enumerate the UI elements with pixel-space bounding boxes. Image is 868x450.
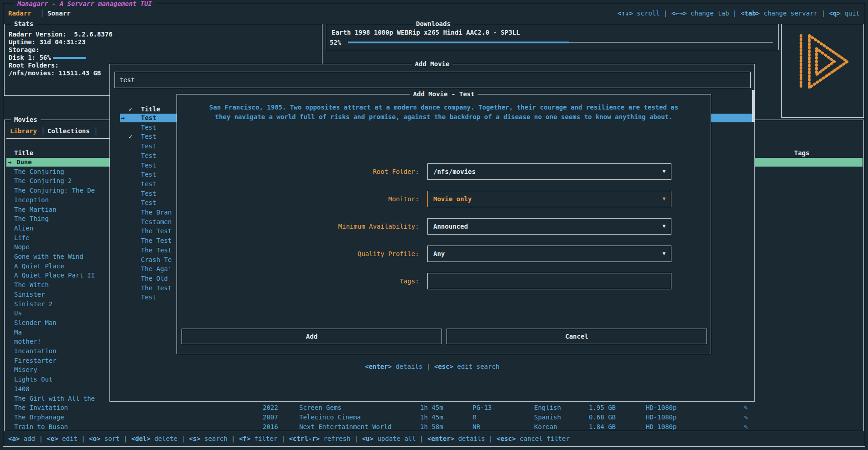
bottom-keybindings: <a> add | <e> edit | <o> sort | <del> de…	[8, 434, 570, 443]
movie-row[interactable]: The Invitation2022Screen Gems1h 45mPG-13…	[6, 403, 863, 412]
hint-key: <del>	[131, 435, 151, 442]
cancel-button[interactable]: Cancel	[447, 329, 707, 344]
results-header-check: ✓	[129, 105, 132, 114]
movie-quality: HD-1080p	[646, 423, 676, 431]
downloads-panel: Downloads Earth 1998 1080p WEBRip x265 H…	[326, 24, 779, 50]
movie-runtime: 1h 45m	[420, 413, 443, 422]
hint-label: refresh	[320, 435, 350, 442]
hint-label: details	[392, 363, 422, 370]
movie-quality: HD-1080p	[646, 403, 676, 412]
result-title: The Old	[141, 274, 168, 283]
tab-collections[interactable]: Collections	[47, 126, 90, 136]
hint-key: <↑↓>	[618, 10, 633, 17]
movie-title: Ma	[14, 328, 22, 337]
stats-root-folder-value: /nfs/movies: 11511.43 GB	[9, 69, 101, 77]
hint-label: edit	[58, 435, 78, 442]
movie-title: Incantation	[14, 347, 57, 356]
column-header-tags: Tags	[794, 148, 810, 157]
hint-label: add	[20, 435, 35, 442]
field-minimum-availability[interactable]: Announced▼	[427, 218, 671, 235]
add-movie-modal: Add Movie - Test San Francisco, 1985. Tw…	[177, 94, 711, 354]
stats-version: Radarr Version: 5.2.6.8376	[9, 31, 113, 38]
result-title: Test	[141, 199, 156, 207]
movie-runtime: 1h 45m	[420, 403, 443, 412]
movie-title: Firestarter	[14, 356, 57, 365]
tab-radarr[interactable]: Radarr	[8, 9, 31, 18]
hint-separator: |	[729, 10, 740, 17]
logo-panel	[781, 24, 864, 118]
add-button[interactable]: Add	[182, 329, 442, 344]
result-title: The Bran	[141, 208, 172, 217]
hint-label: search	[201, 435, 228, 442]
movie-title: Slender Man	[14, 319, 57, 327]
hint-label: filter	[250, 435, 277, 442]
tab-library[interactable]: Library	[10, 126, 37, 136]
movie-rating: NR	[473, 423, 480, 431]
add-movie-search-box	[114, 72, 751, 88]
movie-title: The Conjuring 2	[14, 177, 72, 185]
hint-label: quit	[841, 10, 860, 17]
movie-title: The Witch	[14, 281, 49, 289]
stats-root-folders-label: Root Folders:	[9, 62, 59, 69]
result-title: test	[141, 180, 156, 188]
movie-title: mother!	[14, 337, 41, 346]
movie-title: Sinister	[14, 290, 45, 299]
movie-row[interactable]: The Orphanage2007Telecinco Cinema1h 45mR…	[6, 413, 863, 422]
chevron-down-icon: ▼	[662, 219, 665, 234]
field-root-folder[interactable]: /nfs/movies▼	[427, 163, 671, 180]
download-progress-track	[569, 42, 773, 43]
selection-arrow-icon: →	[121, 114, 125, 122]
add-movie-search-input[interactable]	[115, 72, 750, 88]
field-label: Monitor:	[245, 194, 423, 204]
field-quality-profile[interactable]: Any▼	[427, 246, 671, 262]
tab-sonarr[interactable]: Sonarr	[47, 9, 71, 18]
movie-year: 2016	[263, 423, 278, 431]
monitored-check-icon: ✓	[129, 132, 132, 141]
field-label: Minimum Availability:	[245, 222, 423, 231]
edit-pencil-icon[interactable]: ✎	[744, 413, 748, 422]
hint-separator: |	[78, 435, 89, 442]
field-monitor[interactable]: Movie only▼	[427, 191, 671, 207]
hint-key: <enter>	[365, 363, 392, 370]
movie-title: A Quiet Place	[14, 262, 64, 271]
movie-title: 1408	[14, 385, 30, 393]
movie-row[interactable]: Train to Busan2016Next Entertainment Wor…	[6, 423, 863, 431]
edit-pencil-icon[interactable]: ✎	[744, 403, 748, 412]
stats-storage-label: Storage:	[9, 46, 39, 54]
managarr-logo-icon	[793, 30, 852, 94]
result-title: Test	[141, 170, 156, 179]
app-title: Managarr - A Servarr management TUI	[14, 0, 156, 8]
disk-usage-gauge	[53, 57, 86, 59]
hint-label: sort	[100, 435, 120, 442]
movie-overview-line-2: they navigate a world full of risks and …	[177, 112, 711, 121]
movie-language: Spanish	[534, 413, 561, 422]
field-tags[interactable]	[427, 273, 671, 289]
hint-label: edit search	[453, 363, 499, 370]
movie-year: 2007	[263, 413, 278, 422]
movie-title: Life	[14, 234, 30, 242]
movie-studio: Telecinco Cinema	[299, 413, 361, 422]
hint-label: cancel filter	[516, 435, 570, 442]
hint-key: <esc>	[497, 435, 516, 442]
hint-label: scroll	[633, 10, 660, 17]
hint-label: update all	[374, 435, 416, 442]
chevron-down-icon: ▼	[662, 164, 665, 179]
result-title: The Aga'	[141, 265, 172, 273]
results-scrollbar-thumb[interactable]	[752, 90, 755, 122]
result-title: Test	[141, 132, 156, 141]
field-value: Movie only	[433, 191, 472, 207]
movie-title: Train to Busan	[14, 423, 68, 431]
edit-pencil-icon[interactable]: ✎	[744, 423, 748, 431]
stats-disk-label: Disk 1: 56%	[9, 54, 51, 62]
download-item-name: Earth 1998 1080p WEBRip x265 Hindi AAC2.…	[332, 28, 520, 37]
result-title: Test	[141, 114, 156, 122]
download-progress-fill	[348, 42, 569, 43]
field-label: Tags:	[245, 277, 423, 286]
movie-title: The Martian	[14, 205, 57, 214]
hint-separator: |	[350, 435, 362, 442]
movie-quality: HD-1080p	[646, 413, 676, 422]
hint-separator: |	[228, 435, 239, 442]
tab-separator: │	[94, 126, 98, 136]
hint-key: <q>	[829, 10, 841, 17]
hint-separator: |	[817, 10, 829, 17]
